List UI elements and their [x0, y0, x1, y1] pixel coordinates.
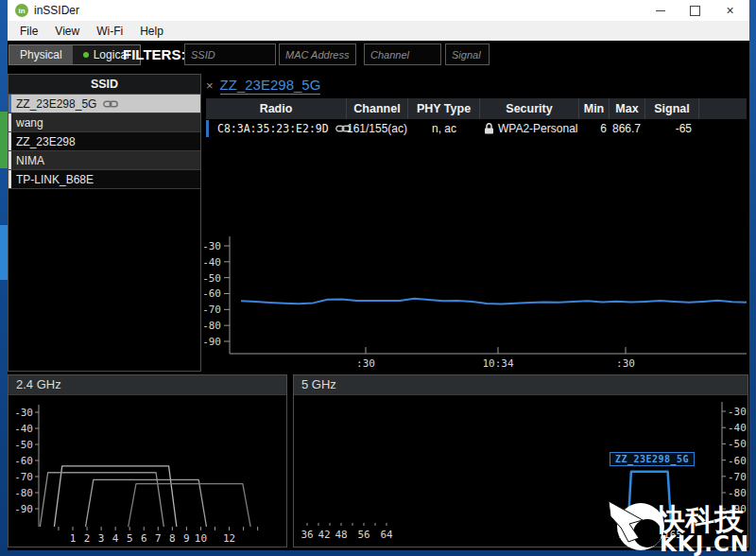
svg-text:-50: -50: [14, 439, 33, 451]
view-toggle-group: Physical Logical: [9, 44, 141, 65]
svg-text:-40: -40: [728, 422, 747, 434]
svg-text:-90: -90: [202, 336, 221, 348]
lock-icon: [485, 123, 493, 134]
svg-text:-60: -60: [14, 455, 33, 467]
svg-text:-80: -80: [202, 320, 221, 332]
column-header-security[interactable]: Security: [480, 98, 579, 119]
column-header-signal[interactable]: Signal: [645, 98, 699, 119]
title-bar: in inSSIDer ×: [8, 0, 749, 21]
table-header-row: Radio Channel PHY Type Security Min Max …: [206, 98, 747, 119]
row-indicator-bar: [9, 95, 11, 113]
column-header-channel[interactable]: Channel: [347, 98, 408, 119]
menu-bar: File View Wi-Fi Help: [8, 21, 749, 41]
tab-close-icon[interactable]: ×: [206, 78, 214, 93]
svg-text::30: :30: [616, 357, 635, 370]
watermark-text-kkj: KKJ.CN: [660, 531, 749, 556]
menu-file[interactable]: File: [11, 23, 46, 40]
ssid-name: ZZ_23E298_5G: [16, 97, 96, 111]
phy-type-cell: n, ac: [408, 119, 480, 138]
column-header-min[interactable]: Min: [579, 98, 610, 119]
menu-view[interactable]: View: [46, 23, 88, 40]
minimize-icon: [656, 10, 665, 11]
channel-filter-input[interactable]: [364, 43, 441, 65]
svg-text:-70: -70: [14, 471, 33, 483]
column-header-radio[interactable]: Radio: [206, 98, 347, 119]
column-header-phy-type[interactable]: PHY Type: [408, 98, 480, 119]
svg-text:64: 64: [380, 529, 393, 541]
row-indicator-bar: [9, 113, 11, 131]
svg-text:5: 5: [127, 532, 133, 545]
menu-help[interactable]: Help: [131, 23, 172, 40]
channel-chart-2-4ghz: -30-40-50-60-70-80-901234567891012: [9, 394, 286, 547]
window-controls: ×: [643, 0, 747, 21]
ssid-list-panel: SSID ZZ_23E298_5G wang ZZ_23E298 NIMA: [8, 74, 201, 372]
svg-text:6: 6: [141, 532, 147, 545]
svg-text:12: 12: [223, 532, 235, 545]
svg-text:-50: -50: [728, 438, 747, 450]
table-row[interactable]: C8:3A:35:23:E2:9D 161/155(ac) n, ac WPA2…: [206, 119, 747, 138]
inssider-window: in inSSIDer × File View Wi-Fi Help Physi…: [8, 0, 749, 550]
row-indicator-bar: [9, 132, 11, 150]
detail-tab-title[interactable]: ZZ_23E298_5G: [220, 77, 321, 95]
network-callout-label[interactable]: ZZ_23E298_5G: [610, 452, 695, 466]
svg-text:-30: -30: [202, 240, 221, 252]
row-indicator-bar: [9, 170, 11, 188]
svg-text:-40: -40: [14, 423, 33, 435]
svg-text:10: 10: [195, 532, 207, 545]
close-button[interactable]: ×: [713, 0, 747, 21]
physical-toggle-button[interactable]: Physical: [9, 45, 73, 64]
minimize-button[interactable]: [643, 0, 678, 21]
column-header-max[interactable]: Max: [610, 98, 645, 119]
svg-text:-30: -30: [728, 406, 747, 418]
ssid-list-header: SSID: [9, 75, 200, 95]
svg-text:-50: -50: [202, 272, 221, 285]
signal-cell: -65: [645, 119, 699, 138]
svg-text:-70: -70: [202, 304, 221, 316]
svg-text:-60: -60: [728, 455, 747, 467]
svg-text:56: 56: [357, 529, 369, 541]
green-dot-icon: [83, 52, 89, 58]
radio-cell: C8:3A:35:23:E2:9D: [206, 119, 347, 138]
menu-wifi[interactable]: Wi-Fi: [88, 23, 131, 40]
ssid-row-zz-23e298[interactable]: ZZ_23E298: [9, 132, 200, 151]
ssid-name: NIMA: [16, 154, 44, 167]
row-indicator-bar: [9, 151, 11, 169]
min-cell: 6: [579, 119, 610, 138]
svg-text:4: 4: [112, 532, 119, 545]
signal-filter-input[interactable]: [445, 43, 490, 65]
svg-text:-90: -90: [14, 503, 33, 515]
maximize-icon: [690, 6, 700, 16]
maximize-button[interactable]: [678, 0, 713, 21]
band-header-2-4ghz: 2.4 GHz: [9, 375, 286, 395]
svg-text:2: 2: [84, 532, 91, 545]
security-value: WPA2-Personal: [498, 122, 577, 135]
kkj-watermark: 快科技 KKJ.CN: [559, 478, 756, 556]
close-icon: ×: [726, 4, 733, 17]
band-header-5ghz: 5 GHz: [294, 375, 747, 395]
max-cell: 866.7: [610, 119, 645, 138]
ssid-row-wang[interactable]: wang: [9, 113, 200, 132]
svg-text:-30: -30: [14, 407, 33, 419]
svg-text:10:34: 10:34: [482, 357, 513, 370]
security-cell: WPA2-Personal: [480, 119, 579, 138]
desktop-icon-strip-blue: [0, 225, 8, 280]
svg-text:8: 8: [169, 532, 176, 545]
svg-text::30: :30: [356, 357, 375, 370]
svg-text:-60: -60: [202, 287, 221, 300]
svg-text:36: 36: [301, 529, 313, 541]
svg-text:-80: -80: [14, 487, 33, 499]
ssid-row-zz-23e298-5g[interactable]: ZZ_23E298_5G: [9, 95, 200, 113]
window-title: inSSIDer: [34, 4, 79, 17]
mac-filter-input[interactable]: [279, 43, 356, 65]
desktop-background: in inSSIDer × File View Wi-Fi Help Physi…: [0, 0, 756, 556]
ssid-row-tp-link-b68e[interactable]: TP-LINK_B68E: [9, 170, 200, 189]
svg-text:9: 9: [183, 532, 190, 545]
radio-mac: C8:3A:35:23:E2:9D: [217, 122, 329, 135]
ssid-name: wang: [16, 116, 43, 130]
column-header-filler: [699, 98, 747, 119]
signal-over-time-chart: -30-40-50-60-70-80-90:3010:34:30: [197, 222, 748, 372]
svg-text:42: 42: [318, 529, 330, 541]
ssid-filter-input[interactable]: [184, 43, 276, 65]
ssid-row-nima[interactable]: NIMA: [9, 151, 200, 170]
desktop-icon-strip-green: [0, 112, 8, 168]
